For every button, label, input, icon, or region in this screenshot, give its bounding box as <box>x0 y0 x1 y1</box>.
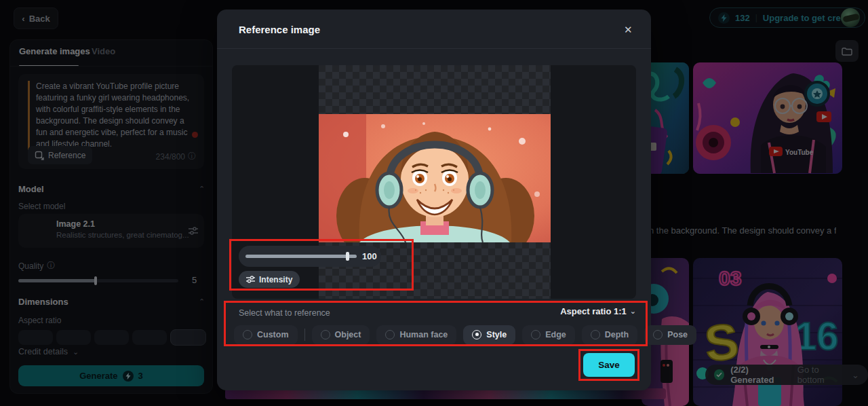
reference-image-preview[interactable] <box>319 114 551 242</box>
radio-icon <box>653 330 663 339</box>
modal-divider <box>217 48 651 49</box>
modal-title: Reference image <box>239 24 320 35</box>
reference-option-label: Pose <box>667 330 688 339</box>
annotation-box-intensity <box>229 239 414 291</box>
annotation-box-save <box>578 349 639 381</box>
annotation-box-reference-options <box>224 301 648 346</box>
reference-option-pose[interactable]: Pose <box>644 325 696 345</box>
app-window: ‹ Back 132 | Upgrade to get credits Gene… <box>0 0 868 406</box>
close-icon[interactable]: ✕ <box>624 24 633 36</box>
reference-image-modal: Reference image ✕ <box>217 10 651 390</box>
